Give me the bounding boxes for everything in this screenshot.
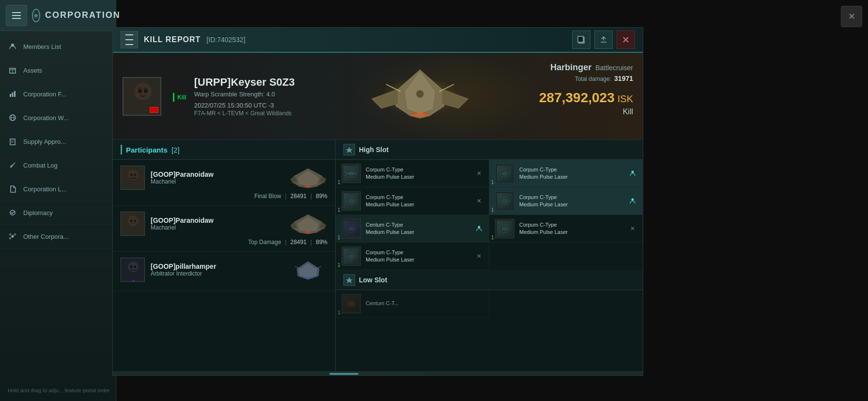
panel-menu-button[interactable] bbox=[121, 31, 138, 48]
participant-portrait bbox=[121, 258, 145, 282]
svg-point-91 bbox=[348, 254, 354, 258]
participant-item[interactable]: [GOOP]pillarhamper Arbitrator Interdicto… bbox=[113, 252, 335, 291]
slot-item[interactable]: 1 Centum C-T... bbox=[336, 290, 489, 318]
item-name: Centum C-T... bbox=[366, 300, 483, 307]
sidebar-item-assets[interactable]: Assets bbox=[0, 59, 116, 82]
svg-line-19 bbox=[13, 235, 14, 236]
export-button[interactable] bbox=[594, 31, 613, 49]
high-slot-title: High Slot bbox=[359, 146, 388, 154]
slot-icon bbox=[343, 144, 355, 155]
remove-icon[interactable]: ✕ bbox=[475, 197, 483, 205]
sidebar-item-label: Other Corpora... bbox=[23, 233, 69, 240]
hamburger-icon bbox=[12, 12, 21, 19]
laser-icon bbox=[344, 167, 358, 180]
sidebar-item-combat-log[interactable]: Combat Log bbox=[0, 154, 116, 177]
item-icon bbox=[495, 219, 514, 238]
svg-rect-8 bbox=[10, 139, 15, 145]
participant-item[interactable]: [GOOP]Paranoidaw Machariel bbox=[113, 160, 335, 206]
sidebar-item-label: Members List bbox=[23, 43, 61, 50]
slots-scroll[interactable]: High Slot 1 bbox=[336, 140, 643, 371]
laser-icon bbox=[344, 222, 358, 235]
sidebar-item-label: Combat Log bbox=[23, 162, 58, 169]
horizontal-scrollbar[interactable] bbox=[113, 371, 643, 375]
svg-rect-22 bbox=[578, 36, 583, 42]
panel-close-button[interactable] bbox=[617, 31, 635, 49]
slot-item[interactable]: 1 Corpum C-TypeMedium Pulse Laser bbox=[489, 187, 643, 215]
victim-info: [URPP]Keyser S0Z3 Warp Scramble Strength… bbox=[194, 76, 633, 117]
arbitrator-svg bbox=[290, 259, 326, 281]
svg-rect-4 bbox=[14, 91, 16, 97]
svg-point-86 bbox=[348, 227, 354, 231]
participants-list: [GOOP]Paranoidaw Machariel bbox=[113, 160, 335, 371]
app-close-button[interactable]: ✕ bbox=[841, 6, 862, 27]
sidebar-item-other-corporations[interactable]: Other Corpora... bbox=[0, 225, 116, 248]
slot-item[interactable]: 1 Corpum C-TypeMedium Pulse Laser bbox=[336, 187, 489, 215]
sidebar-item-label: Supply Appro... bbox=[23, 138, 66, 145]
laser-icon bbox=[498, 194, 512, 208]
export-icon bbox=[599, 35, 608, 44]
participants-column: Participants [2] bbox=[113, 140, 336, 371]
ship-type: Harbinger bbox=[550, 62, 591, 73]
chart-icon bbox=[8, 89, 17, 99]
item-qty: 1 bbox=[338, 262, 341, 268]
svg-point-78 bbox=[502, 171, 508, 175]
slot-item[interactable]: 1 Corpum C-TypeMedium bbox=[336, 160, 489, 187]
slot-item[interactable]: 1 Corpum C-TypeMedium Pulse Laser bbox=[336, 243, 489, 270]
participant-top: [GOOP]Paranoidaw Machariel bbox=[121, 166, 327, 190]
slot-item[interactable]: 1 Corpum C-TypeMedium Pulse Laser bbox=[489, 215, 643, 243]
pct-value: 89% bbox=[316, 239, 327, 246]
participant-ship-image bbox=[289, 166, 327, 190]
sidebar-item-members-list[interactable]: Members List bbox=[0, 35, 116, 59]
portrait-svg bbox=[121, 166, 145, 190]
slot-item[interactable]: 1 Corpum C-TypeMedium Pulse Laser bbox=[489, 160, 643, 187]
sidebar-hamburger-button[interactable] bbox=[6, 5, 27, 26]
item-qty: 1 bbox=[338, 180, 341, 185]
victim-portrait bbox=[123, 77, 161, 116]
globe-icon bbox=[8, 113, 17, 123]
network-icon bbox=[8, 231, 17, 241]
slot-item-empty bbox=[489, 243, 643, 270]
remove-icon[interactable]: ✕ bbox=[629, 225, 636, 232]
sidebar-item-label: Corporation W... bbox=[23, 114, 69, 122]
sidebar-item-label: Corporation F... bbox=[23, 91, 66, 98]
close-icon bbox=[622, 36, 630, 44]
sidebar-item-corporation-w[interactable]: Corporation W... bbox=[0, 106, 116, 130]
item-name: Centum C-TypeMedium Pulse Laser bbox=[366, 221, 470, 236]
svg-rect-46 bbox=[130, 178, 137, 179]
svg-point-56 bbox=[134, 220, 137, 222]
sidebar-item-corporation-l[interactable]: Corporation L... bbox=[0, 177, 116, 201]
remove-icon[interactable]: ✕ bbox=[475, 170, 483, 177]
svg-point-66 bbox=[134, 266, 137, 268]
item-name: Corpum C-TypeMedium Pulse Laser bbox=[519, 194, 624, 209]
role-label: Final Blow bbox=[254, 193, 281, 200]
svg-point-89 bbox=[502, 227, 508, 231]
item-name: Corpum C-TypeMedium Pulse Laser bbox=[366, 249, 470, 264]
svg-point-65 bbox=[130, 266, 133, 268]
copy-button[interactable] bbox=[572, 31, 590, 49]
victim-stats: Warp Scramble Strength: 4.0 bbox=[194, 91, 633, 98]
participant-item[interactable]: [GOOP]Paranoidaw Machariel bbox=[113, 206, 335, 252]
item-qty: 1 bbox=[338, 310, 341, 315]
sidebar-item-corporation-f[interactable]: Corporation F... bbox=[0, 82, 116, 106]
sidebar-footer-text: Hold and drag to adju... feature portal … bbox=[8, 387, 110, 393]
person-icon bbox=[475, 225, 483, 232]
item-icon bbox=[495, 164, 514, 183]
participant-details: [GOOP]pillarhamper Arbitrator Interdicto… bbox=[151, 262, 283, 277]
sidebar-item-supply[interactable]: Supply Appro... bbox=[0, 130, 116, 154]
remove-icon[interactable]: ✕ bbox=[475, 252, 483, 260]
handshake-icon bbox=[8, 208, 17, 217]
participant-name: [GOOP]Paranoidaw bbox=[151, 216, 283, 224]
participant-ship: Arbitrator Interdictor bbox=[151, 270, 283, 277]
sidebar-item-diplomacy[interactable]: Diplomacy bbox=[0, 201, 116, 225]
participants-header: Participants [2] bbox=[113, 140, 335, 160]
file-icon bbox=[8, 184, 17, 194]
participant-ship: Machariel bbox=[151, 224, 283, 231]
slot-item[interactable]: 1 Centum C-TypeMedium Pulse Laser bbox=[336, 215, 489, 243]
svg-line-20 bbox=[12, 237, 13, 238]
participants-title: Participants bbox=[126, 146, 168, 154]
item-qty: 1 bbox=[338, 207, 341, 213]
victim-section: Kill [URPP]Keyser S0Z3 Warp Scramble Str… bbox=[113, 53, 643, 140]
participant-footer: Final Blow | 28491 | 89% bbox=[121, 193, 327, 200]
damage-value: 28491 bbox=[290, 193, 306, 200]
item-icon bbox=[341, 294, 361, 313]
